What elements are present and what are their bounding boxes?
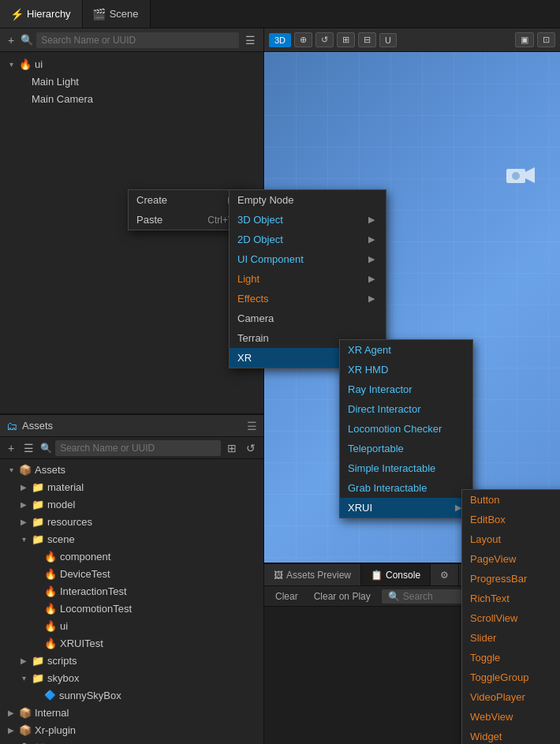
create-3d-object[interactable]: 3D Object ▶ [230, 210, 386, 230]
xr-simple-interactable[interactable]: Simple Interactable [340, 458, 472, 478]
create-light[interactable]: Light ▶ [230, 269, 386, 289]
xrui-layout[interactable]: Layout [462, 529, 560, 549]
xrui-scrollview-label: ScrollView [470, 612, 517, 624]
xr-direct-interactor[interactable]: Direct Interactor [340, 399, 472, 419]
xr-xrui[interactable]: XRUI ▶ [340, 498, 472, 518]
xr-ray-interactor-label: Ray Interactor [348, 383, 413, 395]
create-ui-component-label: UI Component [237, 253, 304, 265]
xrui-progressbar-label: ProgressBar [470, 573, 527, 585]
xr-teleportable[interactable]: Teleportable [340, 439, 472, 458]
xrui-webview-label: WebView [470, 711, 513, 723]
context-menu-overlay: Create ▶ Paste Ctrl+V Empty Node 3D Obje… [0, 0, 560, 744]
xr-submenu: XR Agent XR HMD Ray Interactor Direct In… [339, 339, 473, 518]
xrui-videoplayer-label: VideoPlayer [470, 691, 525, 703]
xrui-richtext[interactable]: RichText [462, 589, 560, 608]
xrui-submenu: Button EditBox Layout PageView ProgressB… [461, 489, 560, 744]
xrui-webview[interactable]: WebView [462, 707, 560, 727]
xrui-richtext-label: RichText [470, 593, 510, 604]
xrui-scrollview[interactable]: ScrollView [462, 608, 560, 628]
xrui-toggle[interactable]: Toggle [462, 648, 560, 667]
xr-xrui-arrow: ▶ [455, 503, 461, 513]
xr-ray-interactor[interactable]: Ray Interactor [340, 379, 472, 399]
xr-simple-interactable-label: Simple Interactable [348, 462, 435, 474]
create-effects-label: Effects [237, 293, 269, 305]
xrui-progressbar[interactable]: ProgressBar [462, 569, 560, 589]
create-3d-object-arrow: ▶ [368, 215, 375, 225]
xrui-pageview[interactable]: PageView [462, 549, 560, 569]
create-empty-node-label: Empty Node [237, 194, 294, 206]
xrui-togglegroup[interactable]: ToggleGroup [462, 667, 560, 687]
create-ui-component-arrow: ▶ [368, 254, 375, 264]
xrui-editbox[interactable]: EditBox [462, 510, 560, 529]
xrui-editbox-label: EditBox [470, 514, 506, 525]
xrui-layout-label: Layout [470, 533, 501, 545]
xr-hmd[interactable]: XR HMD [340, 360, 472, 379]
create-effects[interactable]: Effects ▶ [230, 289, 386, 308]
xr-agent-label: XR Agent [348, 344, 391, 356]
xrui-button[interactable]: Button [462, 490, 560, 510]
xr-xrui-label: XRUI [348, 502, 372, 514]
ctx-paste-label: Paste [136, 214, 162, 226]
ctx-paste[interactable]: Paste Ctrl+V [129, 210, 245, 230]
xrui-widget[interactable]: Widget [462, 727, 560, 744]
create-empty-node[interactable]: Empty Node [230, 190, 386, 210]
create-ui-component[interactable]: UI Component ▶ [230, 249, 386, 269]
xr-grab-interactable-label: Grab Interactable [348, 482, 427, 494]
xrui-slider[interactable]: Slider [462, 628, 560, 648]
xrui-slider-label: Slider [470, 632, 496, 644]
create-xr-label: XR [237, 352, 252, 364]
xr-hmd-label: XR HMD [348, 364, 388, 376]
create-2d-object-label: 2D Object [237, 234, 283, 245]
ctx-create[interactable]: Create ▶ [129, 190, 245, 210]
create-light-label: Light [237, 273, 259, 285]
create-terrain-label: Terrain [237, 332, 269, 344]
create-effects-arrow: ▶ [368, 293, 375, 304]
create-camera-label: Camera [237, 312, 274, 324]
xrui-button-label: Button [470, 494, 500, 506]
xrui-togglegroup-label: ToggleGroup [470, 671, 528, 683]
xrui-toggle-label: Toggle [470, 652, 500, 664]
xrui-pageview-label: PageView [470, 553, 516, 565]
xr-locomotion-checker-label: Locomotion Checker [348, 423, 442, 435]
ctx-create-label: Create [136, 194, 167, 206]
create-camera[interactable]: Camera [230, 308, 386, 328]
create-3d-object-label: 3D Object [237, 214, 283, 226]
xr-direct-interactor-label: Direct Interactor [348, 403, 420, 415]
xr-agent[interactable]: XR Agent [340, 340, 472, 360]
xr-teleportable-label: Teleportable [348, 443, 404, 454]
xr-grab-interactable[interactable]: Grab Interactable [340, 478, 472, 498]
xrui-widget-label: Widget [470, 731, 502, 742]
xr-locomotion-checker[interactable]: Locomotion Checker [340, 419, 472, 439]
create-light-arrow: ▶ [368, 274, 375, 284]
xrui-videoplayer[interactable]: VideoPlayer [462, 687, 560, 707]
create-2d-object[interactable]: 2D Object ▶ [230, 230, 386, 249]
create-2d-object-arrow: ▶ [368, 234, 375, 245]
